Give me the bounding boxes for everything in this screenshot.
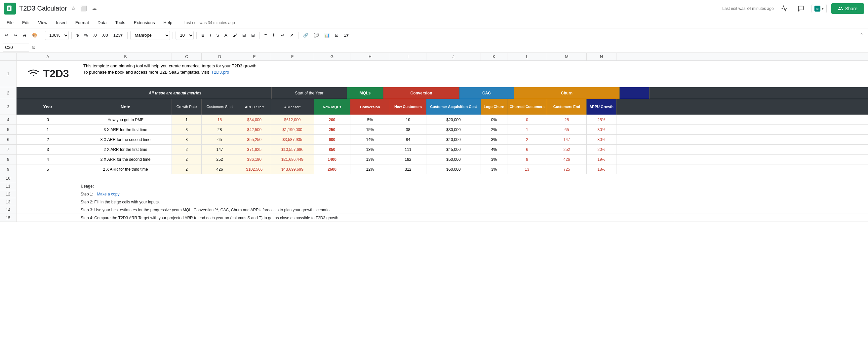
col-header-I[interactable]: I [390,53,426,61]
menu-file[interactable]: File [3,19,18,26]
menu-insert[interactable]: Insert [52,19,71,26]
col-header-K[interactable]: K [481,53,507,61]
cell-D7[interactable]: 147 [202,145,238,154]
cell-I7[interactable]: 111 [390,145,426,154]
cell-K7[interactable]: 4% [481,145,507,154]
cell-F4[interactable]: $612,000 [271,115,314,125]
cell-N9[interactable]: 18% [587,165,616,174]
cell-B9[interactable]: 2 X ARR for the third time [79,165,172,174]
cell-I6[interactable]: 84 [390,135,426,144]
cell-A5[interactable]: 1 [17,125,79,134]
decimal-dec-button[interactable]: .0 [91,31,99,40]
print-button[interactable]: 🖨 [21,31,29,40]
wrap-button[interactable]: ↵ [279,31,286,40]
cell-K9[interactable]: 3% [481,165,507,174]
activity-icon[interactable] [778,3,790,14]
comment-icon[interactable] [795,3,807,14]
cell-H5[interactable]: 15% [350,125,390,134]
cell-L4[interactable]: 0 [507,115,547,125]
font-size-select[interactable]: 10 11 12 14 [176,31,194,40]
more-formats-button[interactable]: 123▾ [112,31,125,40]
t2d3-link[interactable]: T2D3.pro [211,70,229,75]
cell-F9[interactable]: $43,699,699 [271,165,314,174]
cell-A7[interactable]: 3 [17,145,79,154]
menu-format[interactable]: Format [71,19,93,26]
cell-G8[interactable]: 1400 [314,154,350,164]
cell-K8[interactable]: 3% [481,154,507,164]
menu-view[interactable]: View [34,19,51,26]
cell-C4[interactable]: 1 [172,115,202,125]
cell-J7[interactable]: $45,000 [426,145,481,154]
cell-C9[interactable]: 2 [172,165,202,174]
cell-M6[interactable]: 147 [547,135,587,144]
menu-edit[interactable]: Edit [18,19,33,26]
expand-button[interactable]: ⌃ [858,31,865,40]
cell-C8[interactable]: 2 [172,154,202,164]
cell-G4[interactable]: 200 [314,115,350,125]
cloud-icon[interactable]: ☁ [92,5,97,11]
link-button[interactable]: 🔗 [301,31,310,40]
cell-H4[interactable]: 5% [350,115,390,125]
cell-K5[interactable]: 2% [481,125,507,134]
cell-F8[interactable]: $21,686,449 [271,154,314,164]
col-header-L[interactable]: L [507,53,547,61]
cell-N6[interactable]: 30% [587,135,616,144]
cell-C5[interactable]: 3 [172,125,202,134]
cell-C7[interactable]: 2 [172,145,202,154]
merge-button[interactable]: ⊟ [249,31,257,40]
currency-button[interactable]: $ [74,31,81,40]
cell-N7[interactable]: 20% [587,145,616,154]
cell-M8[interactable]: 426 [547,154,587,164]
make-copy-link[interactable]: Make a copy [97,192,119,197]
cell-N5[interactable]: 30% [587,125,616,134]
google-meet-button[interactable]: M ▾ [811,4,827,13]
menu-data[interactable]: Data [94,19,111,26]
col-header-E[interactable]: E [238,53,271,61]
decimal-inc-button[interactable]: .00 [100,31,110,40]
col-header-H[interactable]: H [350,53,390,61]
cell-L9[interactable]: 13 [507,165,547,174]
cell-A4[interactable]: 0 [17,115,79,125]
cell-A6[interactable]: 2 [17,135,79,144]
cell-E4[interactable]: $34,000 [238,115,271,125]
star-icon[interactable]: ☆ [71,5,76,11]
text-color-button[interactable]: A [222,31,229,40]
valign-button[interactable]: ⬇ [270,31,278,40]
cell-L6[interactable]: 2 [507,135,547,144]
save-icon[interactable]: ⬜ [80,5,87,11]
cell-reference-input[interactable] [3,44,29,51]
col-header-B[interactable]: B [79,53,172,61]
cell-J4[interactable]: $20,000 [426,115,481,125]
share-button[interactable]: Share [831,3,864,14]
percent-button[interactable]: % [82,31,90,40]
cell-J6[interactable]: $40,000 [426,135,481,144]
cell-F5[interactable]: $1,190,000 [271,125,314,134]
cell-E6[interactable]: $55,250 [238,135,271,144]
cell-H9[interactable]: 12% [350,165,390,174]
col-header-G[interactable]: G [314,53,350,61]
cell-N8[interactable]: 19% [587,154,616,164]
comment-btn[interactable]: 💬 [312,31,321,40]
cell-K6[interactable]: 3% [481,135,507,144]
borders-button[interactable]: ⊞ [240,31,248,40]
cell-B4[interactable]: How you got to PMF [79,115,172,125]
cell-E7[interactable]: $71,825 [238,145,271,154]
cell-A9[interactable]: 5 [17,165,79,174]
cell-B5[interactable]: 3 X ARR for the first time [79,125,172,134]
cell-J9[interactable]: $60,000 [426,165,481,174]
italic-button[interactable]: I [208,31,213,40]
cell-K4[interactable]: 0% [481,115,507,125]
fill-color-button[interactable]: 🖌 [231,31,239,40]
cell-F6[interactable]: $3,587,935 [271,135,314,144]
cell-D8[interactable]: 252 [202,154,238,164]
cell-G5[interactable]: 250 [314,125,350,134]
cell-G7[interactable]: 850 [314,145,350,154]
cell-C6[interactable]: 3 [172,135,202,144]
cell-H7[interactable]: 13% [350,145,390,154]
font-select[interactable]: Manrope Arial Roboto [130,31,170,40]
col-header-A[interactable]: A [17,53,79,61]
cell-M7[interactable]: 252 [547,145,587,154]
strikethrough-button[interactable]: S [214,31,221,40]
col-header-C[interactable]: C [172,53,202,61]
cell-M5[interactable]: 65 [547,125,587,134]
